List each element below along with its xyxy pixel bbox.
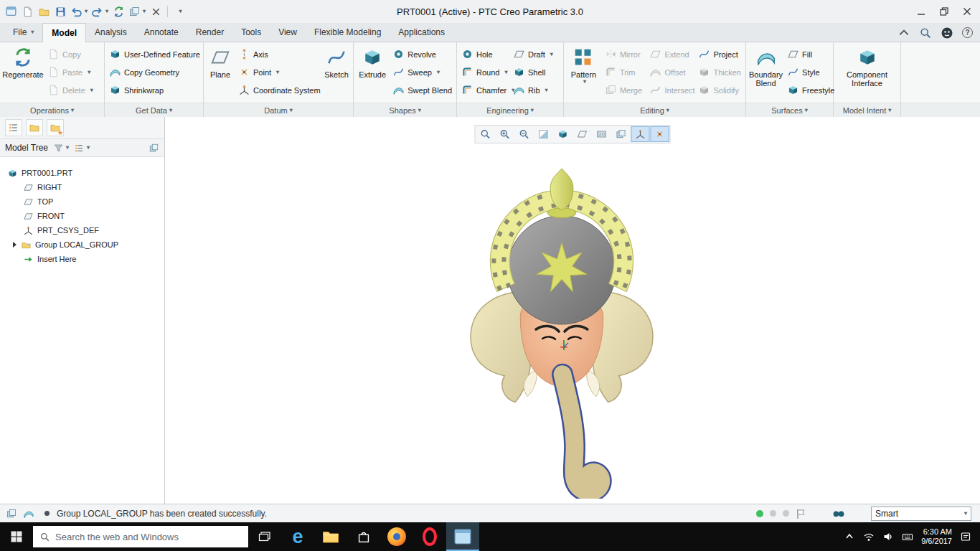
ribbon-button-rib[interactable]: Rib▾ xyxy=(511,81,561,99)
action-center-icon[interactable] xyxy=(960,531,971,542)
tree-item-right-plane[interactable]: RIGHT xyxy=(0,180,164,194)
start-button[interactable] xyxy=(0,522,33,551)
ribbon-button-axis[interactable]: Axis xyxy=(236,45,321,63)
tab-tools[interactable]: Tools xyxy=(232,23,270,42)
view-manager-button[interactable] xyxy=(612,126,631,142)
close-window-button[interactable] xyxy=(148,3,164,20)
touch-keyboard-icon[interactable] xyxy=(902,531,913,542)
tab-model[interactable]: Model xyxy=(42,23,86,42)
minimize-ribbon-button[interactable] xyxy=(897,27,910,39)
ribbon-button-chamfer[interactable]: Chamfer▾ xyxy=(459,81,509,99)
opera-taskbar-icon[interactable] xyxy=(413,522,446,551)
open-file-button[interactable] xyxy=(36,3,52,20)
group-label-editing[interactable]: Editing▾ xyxy=(564,103,745,117)
redo-button[interactable]: ▾ xyxy=(90,3,110,20)
ribbon-button-sketch[interactable]: Sketch xyxy=(322,44,351,100)
tab-render[interactable]: Render xyxy=(187,23,232,42)
tab-flexible-modeling[interactable]: Flexible Modeling xyxy=(306,23,390,42)
ribbon-button-plane[interactable]: Plane xyxy=(206,44,235,100)
ribbon-button-style[interactable]: Style xyxy=(785,63,837,81)
tree-item-default-csys[interactable]: PRT_CSYS_DEF xyxy=(0,223,164,237)
ribbon-button-paste[interactable]: Paste▾ xyxy=(45,63,95,81)
group-label-get-data[interactable]: Get Data▾ xyxy=(105,103,203,117)
ribbon-button-point[interactable]: Point▾ xyxy=(236,63,321,81)
ribbon-button-round[interactable]: Round▾ xyxy=(459,63,509,81)
edge-taskbar-icon[interactable]: e xyxy=(281,522,314,551)
tab-analysis[interactable]: Analysis xyxy=(86,23,136,42)
customize-qat-button[interactable]: ▾ xyxy=(171,3,187,20)
ribbon-button-coordinate-system[interactable]: Coordinate System xyxy=(236,81,321,99)
ribbon-button-delete[interactable]: Delete▾ xyxy=(45,81,95,99)
tray-chevron-icon[interactable] xyxy=(844,531,855,542)
zoom-in-button[interactable] xyxy=(496,126,514,142)
tree-item-local-group[interactable]: Group LOCAL_GROUP xyxy=(0,237,164,252)
model-tree-tab-button[interactable] xyxy=(5,119,22,136)
ribbon-button-regenerate[interactable]: Regenerate xyxy=(2,44,44,100)
taskbar-clock[interactable]: 6:30 AM 9/6/2017 xyxy=(921,527,952,546)
window-switch-button[interactable]: ▾ xyxy=(127,3,147,20)
ganesha-3d-model[interactable] xyxy=(443,163,680,499)
ribbon-button-revolve[interactable]: Revolve xyxy=(390,45,454,63)
ribbon-button-hole[interactable]: Hole xyxy=(459,45,509,63)
tab-file[interactable]: File▾ xyxy=(4,23,42,42)
creo-taskbar-icon[interactable] xyxy=(446,522,479,551)
ribbon-button-copy-geometry[interactable]: Copy Geometry xyxy=(107,63,202,81)
ribbon-button-swept-blend[interactable]: Swept Blend xyxy=(390,81,454,99)
tree-columns-button[interactable]: ▾ xyxy=(74,143,90,154)
firefox-taskbar-icon[interactable] xyxy=(380,522,413,551)
new-file-button[interactable] xyxy=(19,3,35,20)
undo-button[interactable]: ▾ xyxy=(69,3,89,20)
datum-display-filters-button[interactable] xyxy=(631,126,650,142)
tab-view[interactable]: View xyxy=(270,23,306,42)
tree-item-front-plane[interactable]: FRONT xyxy=(0,209,164,223)
graphics-area[interactable] xyxy=(165,117,980,504)
favorites-tab-button[interactable]: ★ xyxy=(47,119,64,136)
ribbon-button-mirror[interactable]: Mirror xyxy=(603,45,646,63)
repaint-button[interactable] xyxy=(534,126,553,142)
creo-community-icon[interactable] xyxy=(941,27,953,39)
ribbon-button-user-defined-feature[interactable]: User-Defined Feature xyxy=(107,45,202,63)
browser-toggle-icon[interactable] xyxy=(23,508,34,519)
perspective-button[interactable] xyxy=(573,126,592,142)
volume-icon[interactable] xyxy=(882,531,894,542)
tree-item-top-plane[interactable]: TOP xyxy=(0,194,164,209)
tab-annotate[interactable]: Annotate xyxy=(136,23,187,42)
minimize-button[interactable] xyxy=(911,4,931,19)
ribbon-button-component-interface[interactable]: Component Interface xyxy=(837,44,897,100)
search-model-icon[interactable] xyxy=(832,508,845,519)
ribbon-button-fill[interactable]: Fill xyxy=(785,45,837,63)
annotation-display-button[interactable] xyxy=(651,126,669,142)
ribbon-button-shell[interactable]: Shell xyxy=(511,63,561,81)
ribbon-button-merge[interactable]: Merge xyxy=(603,81,646,99)
ribbon-button-boundary-blend[interactable]: Boundary Blend xyxy=(748,44,783,100)
ribbon-button-shrinkwrap[interactable]: Shrinkwrap xyxy=(107,81,202,99)
group-label-surfaces[interactable]: Surfaces▾ xyxy=(746,103,833,117)
tree-item-insert-here[interactable]: Insert Here xyxy=(0,252,164,266)
group-label-shapes[interactable]: Shapes▾ xyxy=(354,103,456,117)
saved-orientations-button[interactable] xyxy=(593,126,611,142)
ribbon-button-sweep[interactable]: Sweep▾ xyxy=(390,63,454,81)
ribbon-button-thicken[interactable]: Thicken xyxy=(696,63,743,81)
ribbon-button-offset[interactable]: Offset xyxy=(647,63,694,81)
selection-filter-dropdown[interactable]: Smart ▾ xyxy=(871,507,971,521)
ribbon-button-solidify[interactable]: Solidify xyxy=(696,81,743,99)
group-label-engineering[interactable]: Engineering▾ xyxy=(457,103,563,117)
display-style-button[interactable] xyxy=(554,126,573,142)
ribbon-button-trim[interactable]: Trim xyxy=(603,63,646,81)
close-button[interactable] xyxy=(957,4,977,19)
help-icon[interactable]: ? xyxy=(962,27,973,38)
save-button[interactable] xyxy=(52,3,68,20)
tree-show-button[interactable] xyxy=(149,143,159,154)
ribbon-button-pattern[interactable]: Pattern ▾ xyxy=(566,44,601,100)
command-search-button[interactable] xyxy=(919,27,932,39)
group-label-datum[interactable]: Datum▾ xyxy=(204,103,353,117)
ribbon-button-extrude[interactable]: Extrude xyxy=(356,44,389,100)
ribbon-button-freestyle[interactable]: Freestyle xyxy=(785,81,837,99)
file-explorer-taskbar-icon[interactable] xyxy=(314,522,347,551)
restore-button[interactable] xyxy=(934,4,954,19)
ribbon-button-copy[interactable]: Copy xyxy=(45,45,95,63)
store-taskbar-icon[interactable] xyxy=(347,522,380,551)
group-label-model-intent[interactable]: Model Intent▾ xyxy=(834,103,900,117)
refit-button[interactable] xyxy=(476,126,495,142)
notifications-flag-icon[interactable] xyxy=(796,508,806,519)
